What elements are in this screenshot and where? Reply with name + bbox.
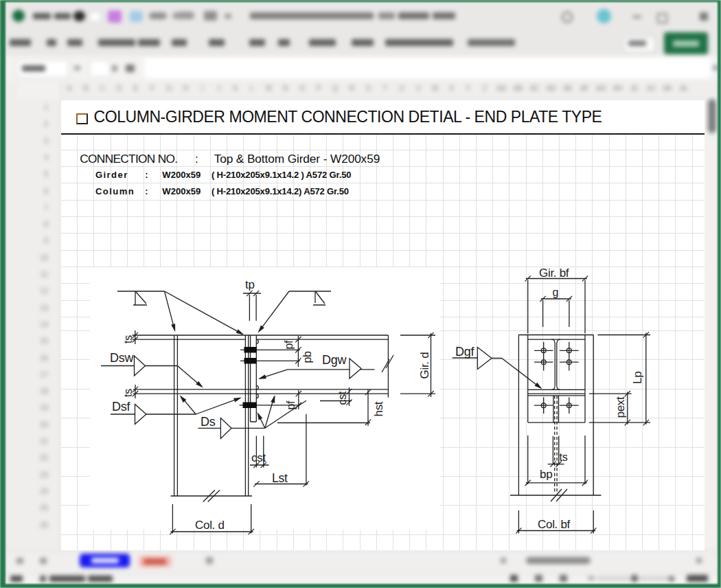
svg-text:pf: pf <box>283 340 295 350</box>
svg-text:Gir. d: Gir. d <box>418 352 431 379</box>
svg-text:Gir. bf: Gir. bf <box>539 267 569 280</box>
svg-text:hst: hst <box>372 401 385 416</box>
svg-text:ts: ts <box>122 335 134 343</box>
svg-text:pext: pext <box>614 396 627 418</box>
svg-text:tp: tp <box>245 278 255 291</box>
svg-text:Lp: Lp <box>631 372 644 384</box>
svg-text:ts: ts <box>122 389 134 397</box>
svg-text:pf: pf <box>285 400 297 410</box>
svg-text:Dgf: Dgf <box>455 345 474 359</box>
svg-text:ts: ts <box>560 451 568 463</box>
svg-text:Col. bf: Col. bf <box>538 518 571 531</box>
svg-text:Col. d: Col. d <box>195 519 225 532</box>
svg-text:g: g <box>553 286 559 298</box>
svg-text:Dsf: Dsf <box>112 400 130 414</box>
svg-text:Dgw: Dgw <box>322 353 347 367</box>
svg-text:bp: bp <box>540 468 552 481</box>
svg-text:Ds: Ds <box>201 415 216 429</box>
svg-text:Lst: Lst <box>272 471 288 485</box>
svg-text:Dsw: Dsw <box>110 351 134 365</box>
svg-text:cst: cst <box>251 451 266 464</box>
svg-text:cst: cst <box>336 391 348 405</box>
svg-text:pb: pb <box>301 351 313 363</box>
